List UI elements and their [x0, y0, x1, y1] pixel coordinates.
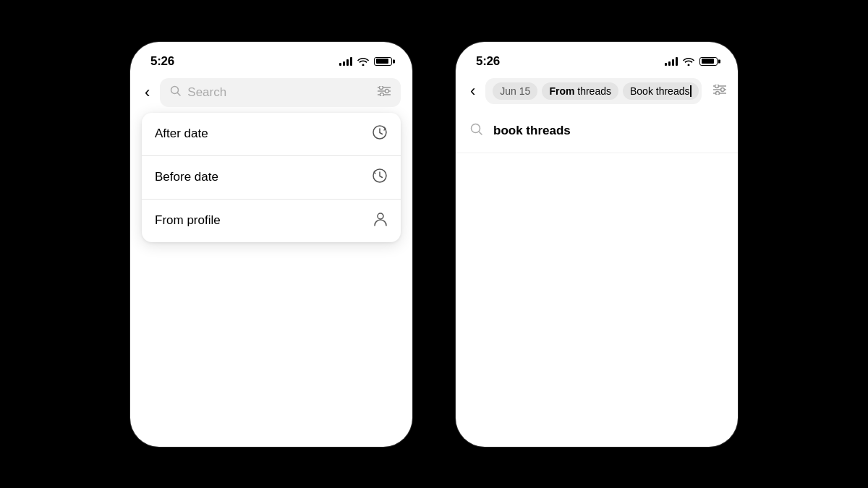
search-icon-1: [170, 85, 182, 100]
dropdown-label-before-date: Before date: [155, 170, 218, 184]
svg-point-15: [716, 91, 720, 95]
back-button-1[interactable]: ‹: [142, 80, 153, 105]
date-chip[interactable]: Jun 15: [493, 82, 537, 100]
status-icons-1: [339, 57, 392, 66]
dropdown-label-after-date: After date: [155, 127, 208, 141]
filter-icon-2[interactable]: [713, 85, 726, 98]
status-icons-2: [665, 57, 718, 66]
svg-point-14: [721, 87, 725, 91]
wifi-icon-1: [357, 57, 369, 66]
phone-2: 5:26 ‹ Jun 15 From threads Book threads: [456, 42, 738, 447]
search-area-2: ‹ Jun 15 From threads Book threads: [456, 78, 738, 104]
signal-icon-2: [665, 57, 678, 66]
person-icon: [373, 211, 388, 231]
svg-point-16: [472, 124, 480, 132]
phone-1: 5:26 ‹ Search: [130, 42, 412, 447]
svg-point-4: [380, 86, 383, 90]
from-chip[interactable]: From threads: [542, 82, 618, 100]
chips-search-bar[interactable]: Jun 15 From threads Book threads: [485, 78, 702, 104]
dropdown-item-after-date[interactable]: After date: [142, 113, 401, 155]
back-button-2[interactable]: ‹: [467, 79, 478, 103]
search-result-row[interactable]: book threads: [456, 110, 738, 153]
filter-dropdown: After date Before date From profile: [142, 113, 401, 242]
svg-point-9: [378, 213, 383, 219]
filter-icon-1[interactable]: [378, 86, 391, 99]
dropdown-item-before-date[interactable]: Before date: [142, 155, 401, 199]
clock-back-icon: [372, 168, 388, 187]
dropdown-label-from-profile: From profile: [155, 213, 221, 228]
active-input-chip[interactable]: Book threads: [623, 82, 699, 100]
dropdown-item-from-profile[interactable]: From profile: [142, 199, 401, 242]
status-bar-2: 5:26: [456, 42, 738, 78]
battery-icon-2: [699, 57, 718, 66]
svg-point-13: [715, 85, 719, 88]
status-time-2: 5:26: [476, 54, 500, 69]
search-result-text: book threads: [493, 124, 571, 138]
battery-icon-1: [374, 57, 392, 66]
search-bar-1[interactable]: Search: [160, 78, 401, 107]
status-time-1: 5:26: [150, 54, 174, 69]
signal-icon-1: [339, 57, 352, 66]
text-cursor: [690, 85, 692, 97]
search-placeholder: Search: [187, 85, 372, 100]
wifi-icon-2: [683, 57, 694, 66]
search-area-1: ‹ Search: [130, 78, 412, 107]
search-result-icon: [470, 123, 483, 140]
clock-forward-icon: [372, 124, 388, 144]
svg-point-5: [386, 89, 389, 93]
status-bar-1: 5:26: [130, 42, 412, 78]
svg-point-6: [380, 93, 384, 96]
